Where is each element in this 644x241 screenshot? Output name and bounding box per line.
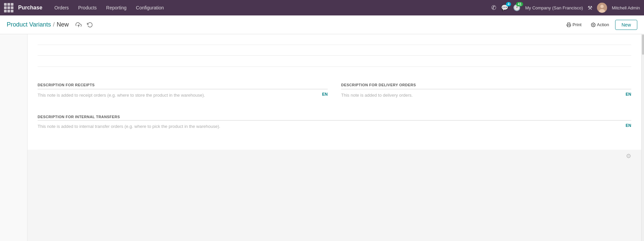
- discard-icon[interactable]: [86, 20, 94, 29]
- nav-reporting[interactable]: Reporting: [102, 3, 131, 12]
- settings-wrench-icon[interactable]: ⚒: [588, 5, 592, 11]
- upload-icon[interactable]: [74, 20, 83, 29]
- nav-orders[interactable]: Orders: [50, 3, 73, 12]
- svg-point-5: [593, 24, 594, 26]
- action-button[interactable]: Action: [588, 20, 612, 29]
- breadcrumb-separator: /: [53, 21, 55, 28]
- internal-area: This note is added to internal transfer …: [38, 123, 631, 130]
- support-icon[interactable]: ✆: [491, 4, 496, 11]
- avatar[interactable]: [597, 3, 607, 13]
- subheader: Product Variants / New: [0, 15, 644, 34]
- internal-placeholder[interactable]: This note is added to internal transfer …: [38, 123, 618, 130]
- nav-products[interactable]: Products: [74, 3, 101, 12]
- top-navbar: Purchase Orders Products Reporting Confi…: [0, 0, 644, 15]
- gear-edit-icon[interactable]: ⚙: [626, 152, 631, 160]
- delivery-lang[interactable]: EN: [626, 92, 631, 97]
- receipts-lang[interactable]: EN: [322, 92, 328, 97]
- username-label[interactable]: Mitchell Admin: [612, 5, 640, 10]
- print-button[interactable]: Print: [563, 20, 585, 29]
- internal-lang[interactable]: EN: [626, 123, 631, 128]
- internal-transfers-section: DESCRIPTION FOR INTERNAL TRANSFERS This …: [28, 109, 641, 130]
- left-sidebar: [0, 34, 28, 241]
- breadcrumb-current: New: [57, 21, 69, 28]
- main-wrapper: DESCRIPTION FOR RECEIPTS This note is ad…: [0, 34, 644, 241]
- breadcrumb: Product Variants / New: [7, 20, 563, 29]
- subheader-right: Print Action New: [563, 20, 637, 30]
- nav-configuration[interactable]: Configuration: [132, 3, 168, 12]
- new-button[interactable]: New: [615, 20, 637, 30]
- svg-point-1: [600, 5, 604, 8]
- breadcrumb-action-buttons: [74, 20, 94, 29]
- delivery-area: This note is added to delivery orders. E…: [341, 92, 631, 99]
- receipts-section: DESCRIPTION FOR RECEIPTS This note is ad…: [38, 83, 328, 99]
- chat-badge: 4: [506, 2, 511, 6]
- internal-label: DESCRIPTION FOR INTERNAL TRANSFERS: [38, 115, 631, 120]
- chat-icon[interactable]: 💬 4: [501, 4, 508, 11]
- apps-grid-icon[interactable]: [4, 3, 13, 12]
- svg-rect-4: [568, 25, 570, 27]
- receipts-area: This note is added to receipt orders (e.…: [38, 92, 328, 99]
- delivery-section: DESCRIPTION FOR DELIVERY ORDERS This not…: [328, 83, 631, 99]
- topbar-right-section: ✆ 💬 4 🕐 41 My Company (San Francisco) ⚒ …: [491, 3, 640, 13]
- receipts-delivery-row: DESCRIPTION FOR RECEIPTS This note is ad…: [28, 77, 641, 99]
- receipts-label: DESCRIPTION FOR RECEIPTS: [38, 83, 328, 89]
- company-selector[interactable]: My Company (San Francisco): [525, 5, 583, 10]
- top-navigation: Orders Products Reporting Configuration: [50, 3, 168, 12]
- delivery-label: DESCRIPTION FOR DELIVERY ORDERS: [341, 83, 631, 89]
- delivery-placeholder[interactable]: This note is added to delivery orders.: [341, 92, 618, 99]
- form-card: DESCRIPTION FOR RECEIPTS This note is ad…: [28, 34, 641, 150]
- brand-label[interactable]: Purchase: [18, 5, 42, 11]
- scrollbar[interactable]: [641, 34, 644, 241]
- scrollbar-thumb[interactable]: [642, 35, 644, 55]
- activity-icon[interactable]: 🕐 41: [513, 4, 520, 11]
- receipts-placeholder[interactable]: This note is added to receipt orders (e.…: [38, 92, 314, 99]
- activity-badge: 41: [516, 2, 523, 6]
- breadcrumb-product-variants[interactable]: Product Variants: [7, 21, 51, 28]
- content-area: DESCRIPTION FOR RECEIPTS This note is ad…: [28, 34, 641, 241]
